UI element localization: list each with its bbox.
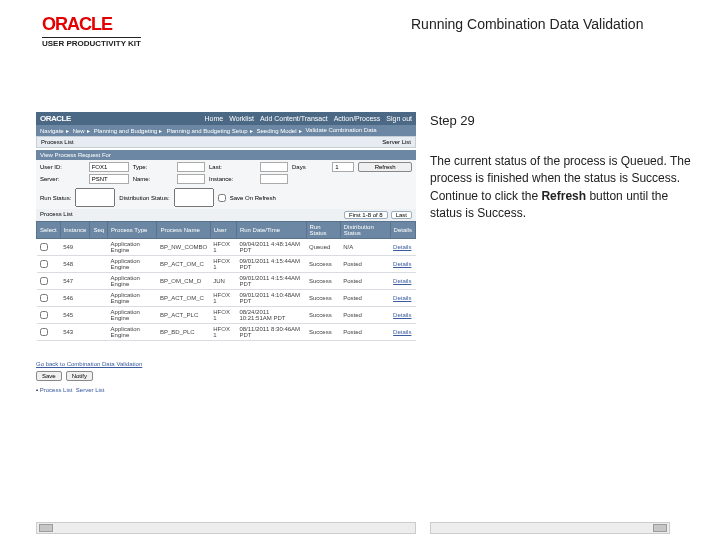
row-checkbox[interactable] [40,277,48,285]
cell-runstatus: Success [306,256,340,273]
row-checkbox[interactable] [40,243,48,251]
dist-status-label: Distribution Status: [119,195,169,201]
run-status-input[interactable] [75,188,115,207]
page-title: Running Combination Data Validation [141,14,696,32]
save-button[interactable]: Save [36,371,62,381]
scrollbar-thumb[interactable] [39,524,53,532]
col-runstatus: Run Status [306,222,340,239]
breadcrumb-item[interactable]: Planning and Budgeting Setup [166,127,252,134]
cell-rundate: 09/04/2011 4:48:14AM PDT [236,239,306,256]
top-link[interactable]: Action/Process [334,115,381,122]
cell-diststatus: Posted [340,290,390,307]
footer-server-list[interactable]: Server List [76,387,105,393]
days-input[interactable] [332,162,354,172]
cell-runstatus: Success [306,273,340,290]
name-input[interactable] [177,174,205,184]
footer-process-list[interactable]: Process List [40,387,73,393]
cell-instance: 549 [60,239,90,256]
breadcrumb-item[interactable]: Navigate [40,127,69,134]
table-row: 543Application EngineBP_BD_PLCHFOX 108/1… [37,324,416,341]
cell-rundate: 08/11/2011 8:30:46AM PDT [236,324,306,341]
horizontal-scrollbar-left[interactable] [36,522,416,534]
breadcrumb-item[interactable]: Planning and Budgeting [94,127,163,134]
pager[interactable]: First 1-8 of 8 [344,211,388,219]
server-input[interactable] [89,174,129,184]
table-row: 545Application EngineBP_ACT_PLCHFOX 108/… [37,307,416,324]
section-title: View Process Request For [36,150,416,160]
days-label: Days [292,164,328,170]
type-input[interactable] [177,162,205,172]
tab-server-list[interactable]: Server List [382,139,411,145]
logo-text: ORACLE [42,14,141,35]
name-label: Name: [133,176,173,182]
cell-runstatus: Queued [306,239,340,256]
cell-instance: 547 [60,273,90,290]
server-label: Server: [40,176,85,182]
details-link[interactable]: Details [390,256,415,273]
breadcrumb-item[interactable]: Validate Combination Data [306,127,377,134]
notify-button[interactable]: Notify [66,371,93,381]
details-link[interactable]: Details [390,239,415,256]
run-status-label: Run Status: [40,195,71,201]
col-instance: Instance [60,222,90,239]
pager-last[interactable]: Last [391,211,412,219]
row-checkbox[interactable] [40,260,48,268]
last-input[interactable] [260,162,288,172]
scrollbar-thumb[interactable] [653,524,667,532]
cell-runstatus: Success [306,324,340,341]
top-link[interactable]: Worklist [229,115,254,122]
refresh-button[interactable]: Refresh [358,162,412,172]
bottom-links: Go back to Combination Data Validation S… [36,361,416,393]
top-link[interactable]: Add Content/Transact [260,115,328,122]
cell-rundate: 09/01/2011 4:15:44AM PDT [236,256,306,273]
cell-pname: BP_BD_PLC [157,324,210,341]
type-label: Type: [133,164,173,170]
instance-input[interactable] [260,174,288,184]
cell-diststatus: Posted [340,307,390,324]
goback-link[interactable]: Go back to Combination Data Validation [36,361,416,367]
footer-links: • Process List Server List [36,387,416,393]
col-user: User [210,222,236,239]
cell-user: HFOX 1 [210,256,236,273]
user-id-label: User ID: [40,164,85,170]
details-link[interactable]: Details [390,273,415,290]
row-checkbox[interactable] [40,328,48,336]
app-brand: ORACLE [40,114,71,123]
cell-ptype: Application Engine [108,324,157,341]
col-details: Details [390,222,415,239]
top-link[interactable]: Home [205,115,224,122]
cell-user: JUN [210,273,236,290]
header: ORACLE USER PRODUCTIVITY KIT Running Com… [0,0,720,52]
horizontal-scrollbar-right[interactable] [430,522,670,534]
logo: ORACLE USER PRODUCTIVITY KIT [42,14,141,48]
instruction-text: The current status of the process is Que… [430,153,696,223]
details-link[interactable]: Details [390,290,415,307]
cell-ptype: Application Engine [108,239,157,256]
cell-instance: 543 [60,324,90,341]
details-link[interactable]: Details [390,324,415,341]
breadcrumb-item[interactable]: New [73,127,90,134]
top-link[interactable]: Sign out [386,115,412,122]
row-checkbox[interactable] [40,294,48,302]
filter-form-row2: Run Status: Distribution Status: Save On… [36,186,416,209]
breadcrumb-item[interactable]: Seeding Model [257,127,302,134]
dist-status-input[interactable] [174,188,214,207]
row-checkbox[interactable] [40,311,48,319]
table-controls: Process List First 1-8 of 8 Last [36,209,416,221]
last-label: Last: [209,164,256,170]
cell-diststatus: Posted [340,273,390,290]
process-table: Select Instance Seq Process Type Process… [36,221,416,341]
table-row: 547Application EngineBP_OM_CM_DJUN09/01/… [37,273,416,290]
step-label: Step 29 [430,112,696,131]
details-link[interactable]: Details [390,307,415,324]
cell-seq [90,256,108,273]
breadcrumb: Navigate New Planning and Budgeting Plan… [36,125,416,136]
cell-pname: BP_ACT_OM_C [157,256,210,273]
cell-pname: BP_NW_COMBO [157,239,210,256]
col-select: Select [37,222,61,239]
save-on-refresh-checkbox[interactable] [218,194,226,202]
user-id-input[interactable] [89,162,129,172]
tab-process-list[interactable]: Process List [41,139,74,145]
cell-user: HFOX 1 [210,239,236,256]
cell-rundate: 09/01/2011 4:15:44AM PDT [236,273,306,290]
